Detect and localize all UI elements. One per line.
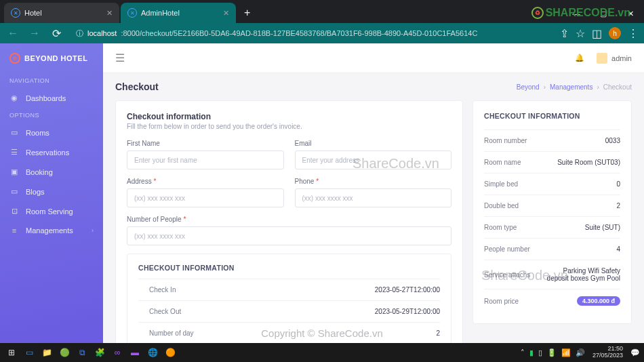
sidebar-item-label: Dashboards — [26, 94, 66, 102]
url-input[interactable]: ⓘ localhost:8000/checkout/5E2166B0-5DA6-… — [71, 26, 553, 41]
sidebar-item-dashboards[interactable]: ◉ Dashboards — [0, 88, 103, 108]
username: admin — [611, 54, 632, 62]
start-button[interactable]: ⊞ — [3, 345, 20, 360]
days-label: Number of day — [149, 329, 194, 337]
card-title: Checkout information — [127, 112, 451, 121]
browser-titlebar: ✕ Hotel ✕ ✕ AdminHotel ✕ + — ▢ ✕ — [0, 0, 644, 23]
sidebar-item-managements[interactable]: ≡ Managements › — [0, 221, 103, 240]
minimize-button[interactable]: — — [563, 4, 590, 23]
info-key: Simple bed — [484, 180, 518, 188]
close-icon[interactable]: ✕ — [106, 9, 113, 18]
menu-toggle-button[interactable]: ☰ — [115, 52, 125, 64]
browser-tab-hotel[interactable]: ✕ Hotel ✕ — [4, 3, 119, 23]
close-window-button[interactable]: ✕ — [617, 4, 644, 23]
vscode-icon[interactable]: ⧉ — [73, 345, 91, 360]
people-label: Number of People — [127, 216, 451, 223]
topbar: ☰ 🔔 admin — [103, 43, 644, 73]
sound-icon[interactable]: 🔊 — [574, 348, 586, 357]
forward-button[interactable]: → — [27, 26, 42, 41]
close-icon[interactable]: ✕ — [223, 9, 229, 18]
info-key: Double bed — [484, 202, 519, 209]
date: 27/05/2023 — [592, 353, 623, 359]
visualstudio-icon[interactable]: ∞ — [108, 345, 126, 360]
checkout-info-card: CHECKOUT INFORMATION Room number0033 Roo… — [472, 100, 632, 324]
toolbar-icons: ⇪ ☆ ◫ h ⋮ — [560, 27, 639, 40]
info-key: Room name — [484, 159, 521, 166]
sidebar-item-rooms[interactable]: ▭ Rooms — [0, 123, 103, 142]
notifications-icon[interactable]: 🔔 — [575, 54, 584, 62]
left-column: Checkout information Fill the form below… — [115, 100, 463, 343]
price-label: Room price — [484, 298, 519, 305]
breadcrumb-managements[interactable]: Managements — [550, 83, 592, 91]
maximize-button[interactable]: ▢ — [590, 4, 617, 23]
info-key: Room number — [484, 137, 527, 144]
info-title: CHECKOUT INFORMATION — [484, 112, 620, 120]
tray-chevron-icon[interactable]: ˄ — [519, 348, 526, 357]
price-value: 4.300.000 đ — [577, 296, 620, 306]
checkout-value: 2023-05-29T12:00:00 — [375, 308, 440, 315]
sidebar-item-room-serving[interactable]: ⊡ Room Serving — [0, 201, 103, 221]
canary-icon[interactable]: 🟠 — [161, 345, 179, 360]
notifications-button[interactable]: 💬 — [629, 348, 641, 357]
explorer-icon[interactable]: 📁 — [38, 345, 56, 360]
phone-label: Phone — [295, 178, 452, 185]
favicon-icon: ✕ — [127, 8, 137, 18]
new-tab-button[interactable]: + — [237, 3, 257, 23]
info-val: Parking Wifi Safety deposit boxes Gym Po… — [545, 267, 620, 282]
topbar-right: 🔔 admin — [575, 53, 632, 64]
brand[interactable]: BEYOND HOTEL — [0, 53, 103, 73]
back-button[interactable]: ← — [5, 26, 20, 41]
clock[interactable]: 21:50 27/05/2023 — [588, 346, 627, 359]
user-menu[interactable]: admin — [597, 53, 632, 64]
chrome-icon[interactable]: 🟢 — [56, 345, 73, 360]
booking-icon: ▣ — [9, 167, 19, 176]
extension-icon[interactable]: ◫ — [592, 27, 602, 40]
battery-icon[interactable]: 🔋 — [546, 348, 558, 357]
reload-button[interactable]: ⟳ — [49, 26, 64, 41]
info-val: Suite (SUT) — [585, 224, 620, 231]
tray-icon[interactable]: ▯ — [537, 348, 544, 357]
sidebar: BEYOND HOTEL NAVIGATION ◉ Dashboards OPT… — [0, 43, 103, 343]
first-name-input[interactable] — [127, 150, 284, 169]
content: Checkout Beyond › Managements › Checkout… — [103, 73, 644, 343]
star-icon[interactable]: ☆ — [576, 27, 585, 40]
browser-tab-adminhotel[interactable]: ✕ AdminHotel ✕ — [121, 3, 236, 23]
card-subtitle: Fill the form below in order to send you… — [127, 123, 451, 130]
share-icon[interactable]: ⇪ — [560, 27, 569, 40]
app-icon-2[interactable]: ▬ — [126, 345, 144, 360]
breadcrumb-current: Checkout — [603, 83, 632, 91]
checkout-label: Check Out — [149, 308, 181, 315]
app-icon[interactable]: 🧩 — [91, 345, 108, 360]
info-val: 0033 — [605, 137, 620, 144]
breadcrumb-beyond[interactable]: Beyond — [517, 83, 540, 91]
edge-icon[interactable]: 🌐 — [144, 345, 161, 360]
url-host: localhost — [87, 29, 117, 37]
email-input[interactable] — [295, 150, 452, 169]
brand-text: BEYOND HOTEL — [24, 54, 87, 62]
checkin-value: 2023-05-27T12:00:00 — [375, 286, 440, 294]
menu-icon[interactable]: ⋮ — [628, 27, 639, 40]
managements-icon: ≡ — [9, 226, 19, 235]
wifi-icon[interactable]: 📶 — [560, 348, 572, 357]
info-val: 2 — [616, 202, 620, 209]
dashboard-icon: ◉ — [9, 94, 19, 102]
sidebar-item-label: Blogs — [26, 188, 45, 196]
people-input[interactable] — [127, 226, 451, 245]
phone-input[interactable] — [295, 188, 452, 207]
info-key: Room type — [484, 224, 517, 231]
profile-avatar[interactable]: h — [609, 27, 621, 39]
sidebar-item-booking[interactable]: ▣ Booking — [0, 162, 103, 182]
checkout-form-card: Checkout information Fill the form below… — [115, 100, 463, 343]
chevron-right-icon: › — [544, 83, 546, 91]
info-key: Service attachs — [484, 271, 530, 279]
sidebar-item-label: Reservations — [26, 148, 69, 157]
sidebar-item-blogs[interactable]: ▭ Blogs — [0, 182, 103, 201]
sidebar-item-reservations[interactable]: ☰ Reservations — [0, 142, 103, 162]
chevron-right-icon: › — [92, 227, 94, 234]
columns: Checkout information Fill the form below… — [115, 100, 632, 343]
address-input[interactable] — [127, 188, 284, 207]
avatar-icon — [597, 53, 607, 64]
tray-icon[interactable]: ▮ — [528, 348, 535, 357]
taskview-button[interactable]: ▭ — [20, 345, 38, 360]
windows-taskbar: ⊞ ▭ 📁 🟢 ⧉ 🧩 ∞ ▬ 🌐 🟠 ˄ ▮ ▯ 🔋 📶 🔊 21:50 27… — [0, 343, 644, 362]
